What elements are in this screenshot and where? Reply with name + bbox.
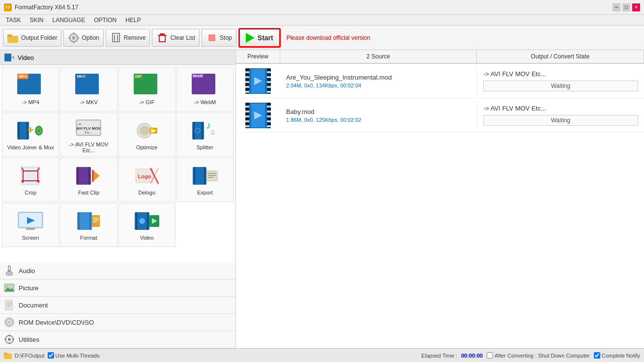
video-grid: MP4 -> MP4 MKV -> MKV (0, 65, 235, 249)
sidebar-utilities-header[interactable]: Utilities (0, 331, 235, 348)
delogo-label: Delogo (138, 190, 155, 195)
shutdown-checkbox[interactable] (487, 352, 493, 359)
grid-item-gif[interactable]: GIF -> GIF (118, 67, 176, 111)
close-button[interactable]: ✕ (632, 3, 640, 11)
notify-checkbox[interactable] (594, 352, 600, 359)
clear-list-button[interactable]: Clear List (152, 29, 200, 47)
svg-rect-15 (160, 33, 165, 35)
mkv-icon: MKV (75, 74, 102, 97)
elapsed-time: 00:00:00 (461, 353, 483, 359)
svg-rect-10 (119, 34, 120, 42)
grid-item-delogo[interactable]: Logo Delogo (118, 158, 176, 202)
statusbar: D:\FFOutput Use Multi-Threads Elapsed Ti… (0, 348, 644, 362)
utilities-icon (4, 334, 15, 345)
titlebar: FF FormatFactory X64 5.17 ─ □ ✕ (0, 0, 644, 15)
main-layout: Video MP4 -> MP4 (0, 50, 644, 348)
gear-icon (68, 32, 80, 44)
minimize-button[interactable]: ─ (613, 3, 620, 11)
grid-item-screen[interactable]: Screen (2, 203, 59, 247)
file-output-0: -> AVI FLV MOV Etc... Waiting (477, 66, 644, 95)
svg-point-38 (140, 126, 149, 136)
grid-item-avi[interactable]: AVI FLV MOV Etc... -> -> AVI FLV MOV Etc… (60, 112, 117, 157)
format-label: Format (80, 235, 97, 241)
sidebar-document-header[interactable]: Document (0, 297, 235, 314)
grid-item-video2[interactable]: Video (118, 203, 176, 247)
grid-item-splitter[interactable]: ♪ ♫ Splitter (176, 112, 234, 157)
delogo-icon: Logo (134, 164, 160, 188)
export-icon (192, 164, 218, 188)
multithreads-checkbox-wrap[interactable]: Use Multi-Threads (48, 352, 100, 359)
window-controls[interactable]: ─ □ ✕ (613, 3, 640, 11)
optimize-label: Optimize (136, 144, 157, 150)
splitter-label: Splitter (197, 144, 213, 150)
film-inner-0 (251, 69, 265, 93)
grid-item-format[interactable]: Format (60, 203, 117, 247)
video-grid-wrapper: MP4 -> MP4 MKV -> MKV (0, 65, 235, 262)
svg-text:Etc...: Etc... (85, 131, 92, 134)
play-icon (246, 33, 255, 43)
grid-item-mp4[interactable]: MP4 -> MP4 (2, 67, 59, 111)
output-folder-button[interactable]: Output Folder (3, 29, 61, 47)
webm-label: -> WebM (194, 99, 216, 105)
grid-item-webm[interactable]: WebM -> WebM (176, 67, 234, 111)
start-button[interactable]: Start (238, 28, 281, 48)
menu-help[interactable]: HELP (121, 16, 145, 25)
utilities-label: Utilities (19, 336, 39, 343)
file-meta-0: 2.04M, 0x0, 134Kbps, 00:02:04 (286, 83, 471, 88)
crop-icon (17, 164, 44, 188)
multithreads-checkbox[interactable] (48, 352, 54, 359)
grid-item-optimize[interactable]: Optimize (118, 112, 176, 157)
col-preview-header: Preview (236, 50, 280, 63)
svg-rect-88 (147, 212, 148, 230)
output-path: D:\FFOutput (15, 353, 45, 359)
mp4-icon: MP4 (17, 74, 44, 97)
file-info-1: Baby.mod 1.86M, 0x0, 125Kbps, 00:02:02 (280, 104, 477, 127)
waiting-badge-1: Waiting (483, 115, 638, 126)
shutdown-checkbox-wrap[interactable]: After Converting : Shut Down Computer (487, 352, 590, 359)
svg-marker-114 (254, 77, 262, 85)
svg-text:Logo: Logo (138, 173, 151, 179)
svg-marker-24 (11, 56, 14, 59)
sidebar-audio-header[interactable]: Audio (0, 262, 235, 279)
svg-point-47 (195, 128, 200, 133)
clear-list-label: Clear List (170, 34, 195, 41)
status-right: Elapsed Time : 00:00:00 After Converting… (421, 352, 640, 359)
sidebar-video-header[interactable]: Video (0, 50, 235, 65)
optimize-icon (134, 119, 160, 142)
file-name-1: Baby.mod (286, 108, 471, 115)
notify-checkbox-wrap[interactable]: Complete Notify (594, 352, 640, 359)
maximize-button[interactable]: □ (622, 3, 630, 11)
svg-rect-7 (77, 37, 79, 39)
folder-icon (7, 32, 19, 44)
grid-item-mkv[interactable]: MKV -> MKV (60, 67, 117, 111)
grid-item-crop[interactable]: Crop (2, 158, 59, 202)
clear-list-icon (156, 32, 168, 44)
video-grid-scroll[interactable]: MP4 -> MP4 MKV -> MKV (0, 65, 235, 262)
joiner-label: Video Joiner & Mux (7, 144, 54, 150)
sidebar-rom-header[interactable]: ROM Device\DVD\CD\ISO (0, 314, 235, 331)
remove-button[interactable]: Remove (106, 29, 150, 47)
video-section-label: Video (18, 54, 34, 61)
menu-task[interactable]: TASK (2, 16, 25, 25)
file-row-0: Are_You_Sleeping_Instrumental.mod 2.04M,… (236, 64, 644, 98)
sidebar-picture-header[interactable]: Picture (0, 279, 235, 297)
waiting-badge-0: Waiting (483, 81, 638, 91)
col-output-header: Output / Convert State (477, 50, 644, 63)
grid-item-joiner[interactable]: + Video Joiner & Mux (2, 112, 59, 157)
option-button[interactable]: Option (63, 29, 103, 47)
grid-item-fastclip[interactable]: Fast Clip (60, 158, 117, 202)
svg-text:AVI FLV MOV: AVI FLV MOV (76, 126, 101, 131)
grid-item-export[interactable]: Export (176, 158, 234, 202)
toolbar: Output Folder Option Rem (0, 26, 644, 50)
menu-option[interactable]: OPTION (90, 16, 120, 25)
elapsed-label: Elapsed Time : (421, 353, 457, 359)
svg-rect-14 (158, 35, 167, 36)
menu-skin[interactable]: SKIN (26, 16, 47, 25)
stop-button[interactable]: Stop (202, 29, 236, 47)
shutdown-label: After Converting : Shut Down Computer (495, 353, 590, 359)
menu-language[interactable]: LANGUAGE (48, 16, 89, 25)
col-source-header: 2 Source (280, 50, 477, 63)
file-thumb-1 (236, 99, 280, 132)
svg-rect-45 (193, 122, 195, 139)
picture-icon (4, 282, 15, 293)
